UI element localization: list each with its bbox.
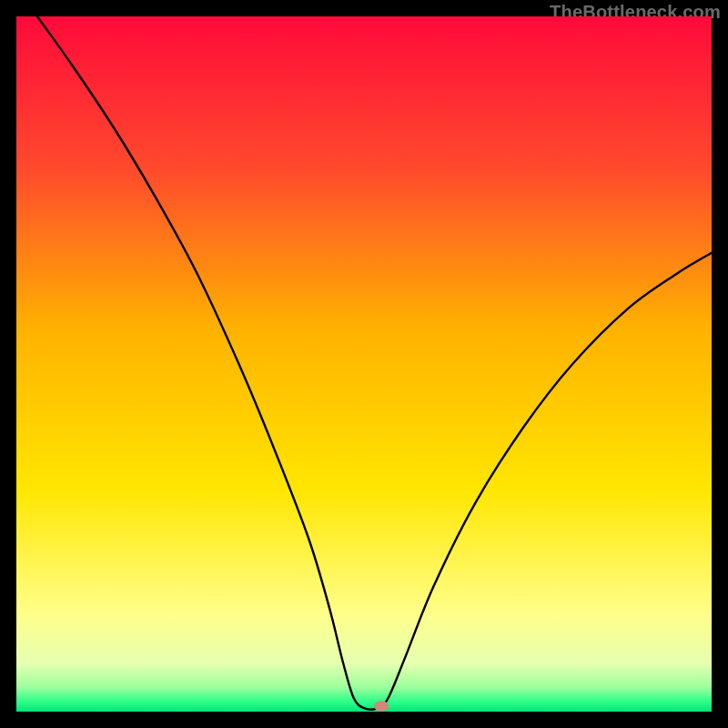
chart-svg xyxy=(16,16,712,712)
chart-frame: TheBottleneck.com xyxy=(0,0,728,728)
gradient-background xyxy=(16,16,712,712)
plot-area xyxy=(16,16,712,712)
optimal-marker xyxy=(374,701,389,712)
